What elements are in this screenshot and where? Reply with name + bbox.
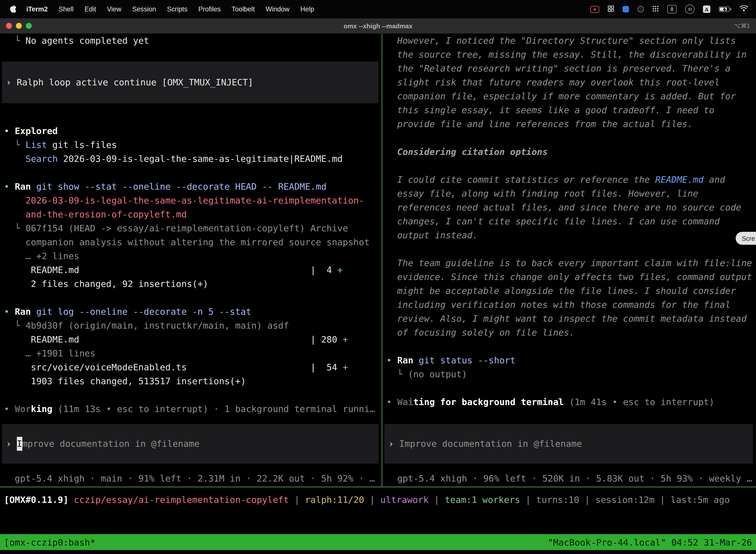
terminal-line: the "Related research writing" section i… bbox=[382, 62, 756, 75]
ralph-inject-line: › Ralph loop active continue [OMX_TMUX_I… bbox=[2, 75, 253, 89]
terminal-line: essay file, along with finding root file… bbox=[382, 187, 756, 201]
terminal-line: • Ran git log --oneline --decorate -n 5 … bbox=[0, 305, 381, 319]
menu-item-help[interactable]: Help bbox=[295, 5, 320, 13]
text-run: • bbox=[4, 403, 15, 414]
text-run: README.md | 280 bbox=[4, 334, 342, 344]
terminal-line: 1903 files changed, 513517 insertions(+) bbox=[0, 374, 381, 388]
terminal-line: └ 4b9d30f (origin/main, instructkr/main,… bbox=[0, 319, 381, 333]
terminal-line: └ 067f154 (HEAD -> essay/ai-reimplementa… bbox=[0, 221, 381, 235]
terminal-line: Search 2026-03-09-is-legal-the-same-as-l… bbox=[0, 152, 381, 166]
menu-item-window[interactable]: Window bbox=[260, 5, 295, 13]
macos-menu-bar: iTerm2 Shell Edit View Session Scripts P… bbox=[0, 0, 756, 18]
menu-item-shell[interactable]: Shell bbox=[53, 5, 79, 13]
dots-grid-icon[interactable] bbox=[652, 5, 659, 13]
terminal-line: output instead. bbox=[382, 228, 756, 242]
menu-item-iterm2[interactable]: iTerm2 bbox=[21, 5, 53, 13]
terminal-line: and-the-erosion-of-copyleft.md bbox=[0, 208, 381, 221]
text-run: • bbox=[386, 355, 397, 365]
right-prompt-input[interactable]: › Improve documentation in @filename bbox=[384, 424, 753, 464]
text-run: └ bbox=[4, 35, 25, 46]
terminal-line: including verification notes with those … bbox=[382, 298, 756, 312]
text-run: might be acceptable alongside the file l… bbox=[386, 285, 736, 296]
terminal-line: README.md | 4 + bbox=[0, 263, 381, 277]
terminal-line: └ List git ls-files bbox=[0, 138, 381, 152]
text-run: No agents completed yet bbox=[25, 35, 149, 46]
terminal-line bbox=[382, 381, 756, 395]
text-run: review. Also, I might want to inspect th… bbox=[386, 313, 747, 324]
text-run: └ (no output) bbox=[386, 369, 467, 379]
dark-app-icon[interactable] bbox=[637, 6, 644, 12]
text-run bbox=[386, 341, 392, 351]
cpu-monitor-icon[interactable]: .61 bbox=[685, 4, 694, 14]
menu-item-session[interactable]: Session bbox=[127, 5, 162, 13]
text-run: I bbox=[17, 437, 22, 451]
terminal-line: changes, I can't cite specific file line… bbox=[382, 214, 756, 228]
text-run bbox=[386, 132, 392, 143]
stat-menu-icon[interactable]: 8 bbox=[667, 5, 677, 13]
menu-item-view[interactable]: View bbox=[102, 5, 127, 13]
text-run: ting for background terminal bbox=[413, 397, 564, 407]
right-pane[interactable]: However, I noticed the "Directory Struct… bbox=[382, 34, 756, 487]
text-run: • bbox=[4, 126, 15, 136]
tmux-status-bar: [omx-cczip0:bash* "MacBook-Pro-44.local"… bbox=[0, 534, 756, 550]
terminal-line: might be acceptable alongside the file l… bbox=[382, 284, 756, 298]
screen-recording-indicator-icon[interactable] bbox=[590, 6, 599, 13]
terminal-line: companion file, especially if more comme… bbox=[382, 89, 756, 103]
ralph-inject-box[interactable]: › Ralph loop active continue [OMX_TMUX_I… bbox=[2, 62, 378, 103]
left-prompt-input[interactable]: › Improve documentation in @filename bbox=[2, 424, 378, 464]
terminal-line bbox=[382, 242, 756, 256]
apple-menu-icon[interactable] bbox=[10, 5, 17, 13]
text-run: 2026-03-09-is-legal-the-same-as-legitima… bbox=[58, 153, 343, 164]
text-run: (1m 41s • esc to interrupt) bbox=[564, 397, 714, 407]
text-run: changes, I can't cite specific file line… bbox=[386, 216, 720, 226]
text-run: Search bbox=[25, 153, 58, 164]
terminal-line: … +2 lines bbox=[0, 249, 381, 263]
left-pane[interactable]: └ No agents completed yet › Ralph loop a… bbox=[0, 34, 381, 487]
menu-item-toolbelt[interactable]: Toolbelt bbox=[226, 5, 260, 13]
input-source-icon[interactable]: A bbox=[703, 5, 710, 13]
text-run: └ 4b9d30f (origin/main, instructkr/main,… bbox=[4, 320, 289, 331]
menu-item-scripts[interactable]: Scripts bbox=[162, 5, 193, 13]
text-run: • bbox=[4, 181, 15, 191]
text-run: output instead. bbox=[386, 230, 478, 240]
terminal-line: provide file and line references from th… bbox=[382, 117, 756, 131]
menu-bar-status-icons: 8 .61 A bbox=[590, 4, 756, 14]
text-run: companion file, especially if more comme… bbox=[386, 91, 736, 101]
text-run: including verification notes with those … bbox=[386, 299, 731, 310]
text-run: README.md | 4 bbox=[4, 265, 337, 275]
text-run: evidence. Since this change only affects… bbox=[386, 272, 752, 282]
menu-item-edit[interactable]: Edit bbox=[79, 5, 102, 13]
terminal-line: • Ran git show --stat --oneline --decora… bbox=[0, 180, 381, 193]
blue-app-icon[interactable] bbox=[623, 6, 629, 12]
text-run: List bbox=[25, 140, 47, 150]
text-run bbox=[386, 244, 392, 254]
terminal-line: slight risk that future readers may over… bbox=[382, 75, 756, 89]
battery-icon[interactable] bbox=[719, 6, 731, 12]
terminal-line: this single essay, it seems like a good … bbox=[382, 103, 756, 117]
screen-share-tab[interactable]: Scre bbox=[736, 232, 756, 245]
text-run: companion analysis without altering the … bbox=[4, 237, 370, 247]
right-pane-log: However, I noticed the "Directory Struct… bbox=[382, 34, 756, 409]
text-run: + bbox=[342, 334, 348, 344]
text-run: Ran bbox=[15, 306, 31, 317]
grid-icon[interactable] bbox=[608, 5, 614, 13]
text-run: mprove documentation in @filename bbox=[22, 437, 199, 451]
terminal-line: • Ran git status --short bbox=[382, 353, 756, 367]
terminal-line: review. Also, I might want to inspect th… bbox=[382, 312, 756, 326]
terminal-line: The team guideline is to back every impo… bbox=[382, 256, 756, 270]
text-run: | bbox=[289, 494, 305, 505]
menu-item-profiles[interactable]: Profiles bbox=[193, 5, 226, 13]
text-run: the "Related research writing" section i… bbox=[386, 63, 731, 73]
terminal-line bbox=[382, 340, 756, 353]
text-run: gpt-5.4 xhigh · main · 91% left · 2.31M … bbox=[4, 473, 375, 484]
terminal-line: 2026-03-09-is-legal-the-same-as-legitima… bbox=[0, 193, 381, 208]
window-shortcut-badge: ⌥⌘1 bbox=[734, 22, 750, 29]
terminal-line: └ No agents completed yet bbox=[0, 34, 381, 48]
wifi-icon[interactable] bbox=[740, 5, 748, 13]
screen-share-tab-label: Scre bbox=[742, 234, 755, 242]
window-title-bar: omx --xhigh --madmax ⌥⌘1 bbox=[0, 18, 756, 34]
terminal-line: Considering citation options bbox=[382, 145, 756, 159]
text-run bbox=[4, 390, 9, 400]
omx-status-line: [OMX#0.11.9] cczip/essay/ai-reimplementa… bbox=[0, 488, 756, 507]
terminal-line: evidence. Since this change only affects… bbox=[382, 270, 756, 284]
